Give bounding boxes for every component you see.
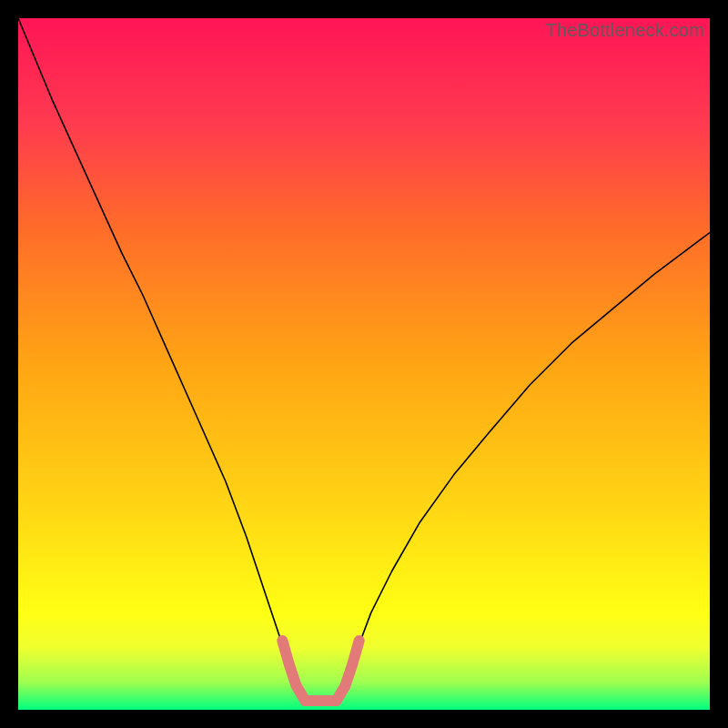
chart-frame: TheBottleneck.com (0, 0, 728, 728)
optimal-zone-highlight (282, 641, 359, 701)
watermark-text: TheBottleneck.com (545, 20, 704, 41)
plot-area: TheBottleneck.com (18, 18, 710, 710)
curve-layer (18, 18, 710, 710)
bottleneck-curve (18, 18, 710, 700)
